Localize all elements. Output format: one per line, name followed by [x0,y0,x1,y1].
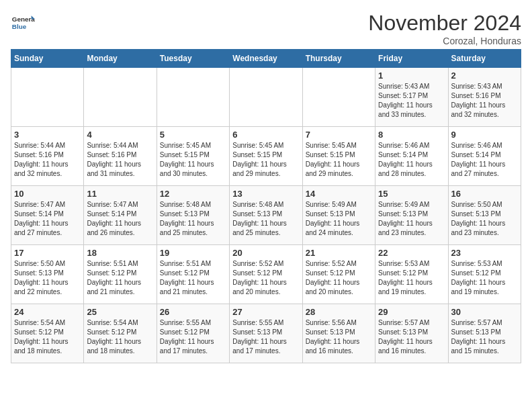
day-cell: 25Sunrise: 5:54 AM Sunset: 5:12 PM Dayli… [84,304,157,363]
day-number: 8 [378,130,445,140]
day-info: Sunrise: 5:54 AM Sunset: 5:12 PM Dayligh… [14,318,81,356]
title-block: November 2024 Corozal, Honduras [368,11,521,46]
day-cell: 10Sunrise: 5:47 AM Sunset: 5:14 PM Dayli… [11,186,84,245]
day-info: Sunrise: 5:49 AM Sunset: 5:13 PM Dayligh… [378,200,445,238]
day-cell: 7Sunrise: 5:45 AM Sunset: 5:15 PM Daylig… [302,127,375,186]
day-cell: 5Sunrise: 5:45 AM Sunset: 5:15 PM Daylig… [157,127,229,186]
day-number: 15 [378,189,445,199]
day-cell: 24Sunrise: 5:54 AM Sunset: 5:12 PM Dayli… [11,304,84,363]
day-cell [11,68,84,127]
day-number: 9 [451,130,518,140]
day-info: Sunrise: 5:44 AM Sunset: 5:16 PM Dayligh… [87,141,153,179]
day-cell: 11Sunrise: 5:47 AM Sunset: 5:14 PM Dayli… [84,186,157,245]
day-info: Sunrise: 5:50 AM Sunset: 5:13 PM Dayligh… [451,200,518,238]
day-cell: 15Sunrise: 5:49 AM Sunset: 5:13 PM Dayli… [375,186,448,245]
day-info: Sunrise: 5:43 AM Sunset: 5:17 PM Dayligh… [378,82,445,120]
day-info: Sunrise: 5:47 AM Sunset: 5:14 PM Dayligh… [14,200,81,238]
day-number: 5 [160,130,226,140]
day-number: 12 [160,189,226,199]
day-cell: 4Sunrise: 5:44 AM Sunset: 5:16 PM Daylig… [84,127,157,186]
day-info: Sunrise: 5:51 AM Sunset: 5:12 PM Dayligh… [87,259,153,297]
day-cell: 30Sunrise: 5:57 AM Sunset: 5:13 PM Dayli… [448,304,521,363]
day-cell: 22Sunrise: 5:53 AM Sunset: 5:12 PM Dayli… [375,245,448,304]
day-number: 19 [160,248,226,258]
header-tuesday: Tuesday [157,50,229,68]
day-cell: 23Sunrise: 5:53 AM Sunset: 5:12 PM Dayli… [448,245,521,304]
day-cell: 1Sunrise: 5:43 AM Sunset: 5:17 PM Daylig… [375,68,448,127]
calendar-table: SundayMondayTuesdayWednesdayThursdayFrid… [11,49,521,363]
day-info: Sunrise: 5:55 AM Sunset: 5:12 PM Dayligh… [160,318,226,356]
day-info: Sunrise: 5:53 AM Sunset: 5:12 PM Dayligh… [378,259,445,297]
day-number: 26 [160,307,226,317]
day-info: Sunrise: 5:55 AM Sunset: 5:13 PM Dayligh… [232,318,299,356]
day-number: 11 [87,189,153,199]
day-number: 29 [378,307,445,317]
svg-text:Blue: Blue [12,23,27,30]
day-number: 17 [14,248,81,258]
header-sunday: Sunday [11,50,84,68]
day-number: 3 [14,130,81,140]
day-info: Sunrise: 5:54 AM Sunset: 5:12 PM Dayligh… [87,318,153,356]
day-number: 18 [87,248,153,258]
calendar-header-row: SundayMondayTuesdayWednesdayThursdayFrid… [11,50,521,68]
day-info: Sunrise: 5:57 AM Sunset: 5:13 PM Dayligh… [451,318,518,356]
day-info: Sunrise: 5:57 AM Sunset: 5:13 PM Dayligh… [378,318,445,356]
day-info: Sunrise: 5:47 AM Sunset: 5:14 PM Dayligh… [87,200,153,238]
day-cell: 2Sunrise: 5:43 AM Sunset: 5:16 PM Daylig… [448,68,521,127]
day-cell: 20Sunrise: 5:52 AM Sunset: 5:12 PM Dayli… [230,245,302,304]
week-row-1: 3Sunrise: 5:44 AM Sunset: 5:16 PM Daylig… [11,127,521,186]
day-info: Sunrise: 5:51 AM Sunset: 5:12 PM Dayligh… [160,259,226,297]
location: Corozal, Honduras [368,36,521,46]
day-info: Sunrise: 5:52 AM Sunset: 5:12 PM Dayligh… [232,259,299,297]
day-number: 27 [232,307,299,317]
day-number: 22 [378,248,445,258]
day-number: 4 [87,130,153,140]
day-number: 21 [306,248,372,258]
day-number: 16 [451,189,518,199]
logo-icon: General Blue [11,11,35,35]
page-header: General Blue November 2024 Corozal, Hond… [11,11,521,46]
week-row-3: 17Sunrise: 5:50 AM Sunset: 5:13 PM Dayli… [11,245,521,304]
day-cell: 19Sunrise: 5:51 AM Sunset: 5:12 PM Dayli… [157,245,229,304]
day-number: 1 [378,71,445,81]
day-number: 23 [451,248,518,258]
day-number: 6 [232,130,299,140]
day-cell: 29Sunrise: 5:57 AM Sunset: 5:13 PM Dayli… [375,304,448,363]
day-cell [302,68,375,127]
day-info: Sunrise: 5:49 AM Sunset: 5:13 PM Dayligh… [306,200,372,238]
day-info: Sunrise: 5:48 AM Sunset: 5:13 PM Dayligh… [160,200,226,238]
header-saturday: Saturday [448,50,521,68]
day-info: Sunrise: 5:46 AM Sunset: 5:14 PM Dayligh… [451,141,518,179]
day-cell: 27Sunrise: 5:55 AM Sunset: 5:13 PM Dayli… [230,304,302,363]
day-number: 13 [232,189,299,199]
header-monday: Monday [84,50,157,68]
day-info: Sunrise: 5:56 AM Sunset: 5:13 PM Dayligh… [306,318,372,356]
day-number: 14 [306,189,372,199]
day-cell: 3Sunrise: 5:44 AM Sunset: 5:16 PM Daylig… [11,127,84,186]
day-cell: 18Sunrise: 5:51 AM Sunset: 5:12 PM Dayli… [84,245,157,304]
day-info: Sunrise: 5:44 AM Sunset: 5:16 PM Dayligh… [14,141,81,179]
day-number: 2 [451,71,518,81]
day-info: Sunrise: 5:45 AM Sunset: 5:15 PM Dayligh… [232,141,299,179]
day-info: Sunrise: 5:50 AM Sunset: 5:13 PM Dayligh… [14,259,81,297]
day-cell: 13Sunrise: 5:48 AM Sunset: 5:13 PM Dayli… [230,186,302,245]
day-cell: 6Sunrise: 5:45 AM Sunset: 5:15 PM Daylig… [230,127,302,186]
day-info: Sunrise: 5:48 AM Sunset: 5:13 PM Dayligh… [232,200,299,238]
header-thursday: Thursday [302,50,375,68]
day-cell: 16Sunrise: 5:50 AM Sunset: 5:13 PM Dayli… [448,186,521,245]
month-title: November 2024 [368,11,521,36]
day-number: 25 [87,307,153,317]
day-info: Sunrise: 5:45 AM Sunset: 5:15 PM Dayligh… [160,141,226,179]
day-cell [230,68,302,127]
day-cell: 8Sunrise: 5:46 AM Sunset: 5:14 PM Daylig… [375,127,448,186]
week-row-2: 10Sunrise: 5:47 AM Sunset: 5:14 PM Dayli… [11,186,521,245]
week-row-0: 1Sunrise: 5:43 AM Sunset: 5:17 PM Daylig… [11,68,521,127]
day-number: 30 [451,307,518,317]
day-cell: 26Sunrise: 5:55 AM Sunset: 5:12 PM Dayli… [157,304,229,363]
day-number: 28 [306,307,372,317]
day-cell: 9Sunrise: 5:46 AM Sunset: 5:14 PM Daylig… [448,127,521,186]
day-number: 7 [306,130,372,140]
day-info: Sunrise: 5:45 AM Sunset: 5:15 PM Dayligh… [306,141,372,179]
day-cell: 12Sunrise: 5:48 AM Sunset: 5:13 PM Dayli… [157,186,229,245]
day-number: 10 [14,189,81,199]
